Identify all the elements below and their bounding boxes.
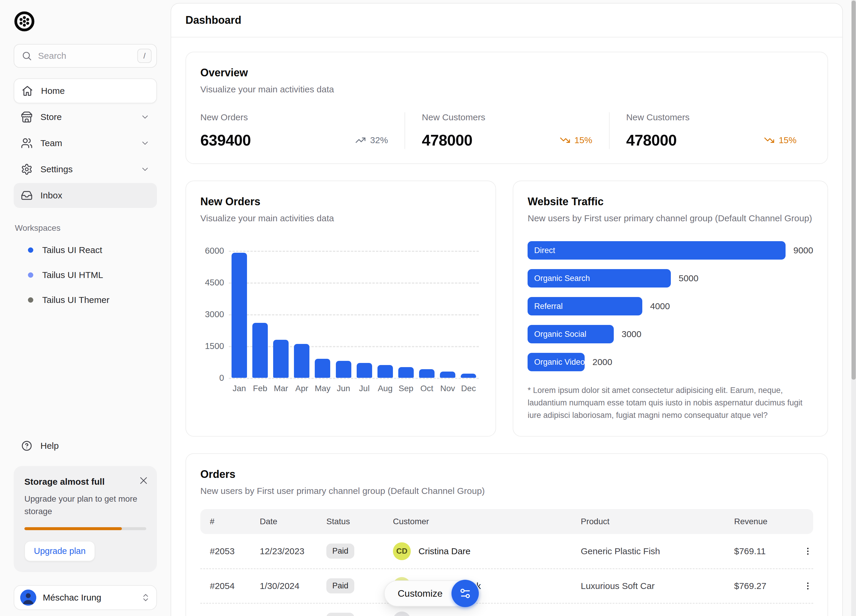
website-traffic-title: Website Traffic xyxy=(528,195,813,208)
search-shortcut-key: / xyxy=(137,49,152,63)
x-tick: May xyxy=(312,384,333,393)
bar-oct xyxy=(419,369,434,378)
trend-value: 32% xyxy=(370,135,388,145)
new-orders-chart-card: New Orders Visualize your main activitie… xyxy=(185,181,496,436)
order-product: Generic Plastic Fish xyxy=(581,546,734,556)
col-id: # xyxy=(200,517,260,526)
sidebar: / Home Store xyxy=(0,0,171,616)
sidebar-nav: Home Store Team xyxy=(14,78,157,208)
table-row: #2053 12/23/2023 Paid CD Cristina Dare G… xyxy=(200,534,813,568)
col-status: Status xyxy=(326,517,393,526)
traffic-value: 5000 xyxy=(679,273,699,283)
row-menu-button[interactable] xyxy=(799,543,816,559)
x-tick: Dec xyxy=(458,384,479,393)
search-input[interactable] xyxy=(38,51,131,61)
orders-title: Orders xyxy=(200,468,813,481)
col-customer: Customer xyxy=(393,517,581,526)
help-label: Help xyxy=(40,441,59,451)
avatar: CD xyxy=(393,542,411,560)
user-menu[interactable]: Méschac Irung xyxy=(14,585,157,610)
stat-value: 478000 xyxy=(626,131,677,149)
sidebar-item-home[interactable]: Home xyxy=(14,78,157,103)
trend-value: 15% xyxy=(779,135,796,145)
traffic-bar: Direct xyxy=(528,241,785,260)
sidebar-item-label: Team xyxy=(40,138,62,148)
sidebar-item-label: Store xyxy=(40,112,62,122)
col-revenue: Revenue xyxy=(734,517,799,526)
bar-nov xyxy=(440,372,455,378)
bar-jan xyxy=(231,253,247,378)
chevron-down-icon xyxy=(140,138,150,148)
gear-icon xyxy=(21,163,33,175)
bar-jun xyxy=(336,361,351,378)
close-icon[interactable] xyxy=(139,476,149,485)
stat-label: New Customers xyxy=(626,112,796,122)
search-box[interactable]: / xyxy=(14,44,157,68)
gridline xyxy=(229,378,479,379)
stat-value: 639400 xyxy=(200,131,251,149)
storage-progressbar xyxy=(25,527,146,530)
traffic-bar-label: Organic Social xyxy=(534,330,587,339)
workspace-item-tailus-ui-html[interactable]: Tailus UI HTML xyxy=(14,263,157,287)
row-menu-button[interactable] xyxy=(799,612,816,616)
website-traffic-subtitle: New users by First user primary channel … xyxy=(528,213,813,223)
x-tick: Apr xyxy=(291,384,312,393)
traffic-value: 2000 xyxy=(592,357,612,367)
order-date: 12/23/2023 xyxy=(260,546,326,556)
traffic-bar: Referral xyxy=(528,297,642,315)
trend-value: 15% xyxy=(574,135,592,145)
scrollbar-thumb[interactable] xyxy=(851,1,856,379)
traffic-bar: Organic Social xyxy=(528,325,614,343)
x-tick: Aug xyxy=(375,384,396,393)
traffic-value: 3000 xyxy=(622,329,641,339)
storage-message: Upgrade your plan to get more storage xyxy=(25,493,146,518)
traffic-value: 9000 xyxy=(793,245,813,255)
trend-down: 15% xyxy=(560,135,592,146)
order-revenue: $769.27 xyxy=(734,581,799,591)
y-tick: 0 xyxy=(200,373,224,383)
store-icon xyxy=(21,111,33,123)
bar-mar xyxy=(273,340,289,378)
sidebar-item-store[interactable]: Store xyxy=(14,104,157,129)
app-logo[interactable] xyxy=(14,9,157,33)
x-tick: Oct xyxy=(416,384,437,393)
avatar xyxy=(20,590,36,605)
overview-subtitle: Visualize your main activities data xyxy=(200,84,813,94)
orders-subtitle: New users by First user primary channel … xyxy=(200,486,813,496)
sidebar-item-settings[interactable]: Settings xyxy=(14,157,157,182)
workspace-item-tailus-ui-themer[interactable]: Tailus UI Themer xyxy=(14,287,157,312)
customize-label: Customize xyxy=(398,588,443,599)
upgrade-plan-button[interactable]: Upgrade plan xyxy=(25,541,95,561)
traffic-bar-label: Direct xyxy=(534,246,555,255)
workspace-label: Tailus UI HTML xyxy=(42,270,103,280)
table-row: #2054 1/30/2024 Paid CW Chester Wisozk L… xyxy=(200,568,813,603)
team-icon xyxy=(21,137,33,149)
sidebar-item-team[interactable]: Team xyxy=(14,131,157,156)
x-tick: Jan xyxy=(229,384,250,393)
orders-table: # Date Status Customer Product Revenue #… xyxy=(200,509,813,616)
storage-title: Storage almost full xyxy=(25,477,139,487)
workspace-dot xyxy=(28,247,33,253)
traffic-bar: Organic Video xyxy=(528,353,585,371)
bar-jul xyxy=(357,363,372,378)
order-date: 1/30/2024 xyxy=(260,581,326,591)
trend-up: 32% xyxy=(355,135,388,146)
overview-title: Overview xyxy=(200,66,813,79)
row-menu-button[interactable] xyxy=(799,578,816,594)
new-orders-subtitle: Visualize your main activities data xyxy=(200,213,481,223)
chevron-down-icon xyxy=(140,164,150,174)
y-tick: 6000 xyxy=(200,246,224,256)
workspace-item-tailus-ui-react[interactable]: Tailus UI React xyxy=(14,238,157,263)
sidebar-item-label: Inbox xyxy=(40,190,62,200)
customize-button[interactable]: Customize xyxy=(384,581,480,607)
bar-apr xyxy=(294,344,309,378)
status-badge: Paid xyxy=(326,544,354,559)
stat-value: 478000 xyxy=(422,131,472,149)
storage-progress-fill xyxy=(25,527,122,530)
table-row: #2055 6/8/2024 Paid PK Paulette Kovacek … xyxy=(200,603,813,616)
sidebar-item-inbox[interactable]: Inbox xyxy=(14,183,157,208)
help-button[interactable]: Help xyxy=(14,434,157,458)
dashboard-app: / Home Store xyxy=(0,0,856,616)
stat-label: New Orders xyxy=(200,112,388,122)
col-product: Product xyxy=(581,517,734,526)
